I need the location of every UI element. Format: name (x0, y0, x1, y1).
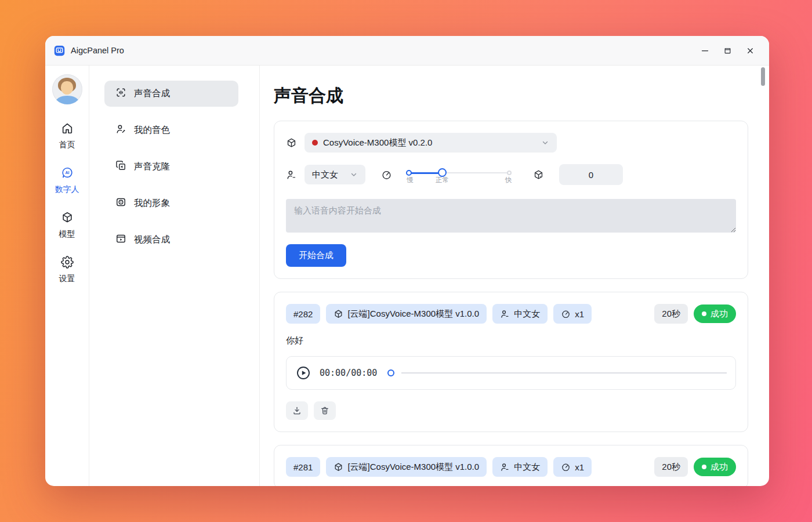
sidebar-item-models[interactable]: 模型 (59, 211, 75, 240)
start-synthesis-button[interactable]: 开始合成 (286, 244, 346, 267)
avatar-video-icon (115, 197, 126, 210)
download-button[interactable] (286, 401, 308, 420)
video-synthesis-icon (115, 233, 126, 246)
slider-label-slow: 慢 (407, 176, 414, 184)
result-badges: #282 [云端]CosyVoice-M300模型 v1.0.0 中文女 x1 (286, 304, 736, 324)
gear-icon (61, 256, 74, 271)
submenu-item-my-avatar[interactable]: 我的形象 (104, 190, 238, 216)
submenu-item-label: 我的形象 (134, 197, 170, 209)
result-id-badge: #282 (286, 304, 320, 324)
titlebar: AigcPanel Pro (45, 36, 769, 66)
cube-icon (61, 211, 74, 226)
speed-gauge-icon (381, 169, 392, 180)
slider-label-normal: 正常 (436, 176, 449, 184)
params-row: 中文女 慢 正常 快 (286, 164, 736, 185)
avatar-shoulders (56, 96, 79, 104)
submenu-item-label: 声音克隆 (134, 161, 170, 173)
slider-fill (407, 172, 443, 174)
slider-end-dot (507, 171, 512, 175)
chevron-down-icon (541, 139, 549, 147)
status-badge: 成功 (694, 458, 736, 476)
voice-select[interactable]: 中文女 (304, 165, 365, 184)
seed-input[interactable] (559, 164, 623, 185)
voice-icon (500, 309, 510, 319)
chevron-down-icon (350, 171, 358, 179)
avatar[interactable] (52, 74, 82, 104)
status-dot (702, 465, 706, 469)
player-slider-thumb[interactable] (387, 369, 394, 376)
slider-label-fast: 快 (505, 176, 512, 184)
home-icon (61, 122, 74, 137)
voice-icon (286, 169, 297, 180)
submenu-item-voice-synthesis[interactable]: 声音合成 (104, 81, 238, 107)
voice-select-value: 中文女 (312, 169, 338, 180)
result-voice-badge: 中文女 (492, 304, 548, 324)
submenu-item-label: 视频合成 (134, 234, 170, 246)
duration-badge: 20秒 (654, 304, 688, 324)
play-button[interactable] (295, 365, 311, 381)
sidebar-item-label: 首页 (59, 140, 75, 150)
submenu-item-label: 声音合成 (134, 88, 170, 100)
secondary-sidebar: 声音合成 我的音色 声音克隆 我的形象 视频合成 (89, 66, 260, 486)
submenu-item-video-synthesis[interactable]: 视频合成 (104, 227, 238, 253)
page-title: 声音合成 (274, 84, 748, 108)
sidebar-item-settings[interactable]: 设置 (59, 256, 75, 284)
status-dot (702, 311, 706, 316)
sidebar-item-label: 设置 (59, 274, 75, 284)
sidebar-item-home[interactable]: 首页 (59, 122, 75, 150)
synthesis-form-panel: CosyVoice-M300模型 v0.2.0 中文女 (274, 121, 748, 279)
model-select[interactable]: CosyVoice-M300模型 v0.2.0 (304, 133, 557, 153)
result-speed-badge: x1 (553, 457, 592, 477)
scrollbar-thumb[interactable] (761, 67, 765, 86)
slider-start-dot (406, 170, 412, 176)
result-text: 你好 (286, 335, 736, 346)
submenu-item-voice-clone[interactable]: 声音克隆 (104, 154, 238, 180)
sidebar-item-label: 模型 (59, 229, 75, 240)
app-logo-icon (53, 45, 66, 57)
cube-icon (286, 137, 297, 148)
model-row: CosyVoice-M300模型 v0.2.0 (286, 133, 736, 153)
model-status-dot (312, 140, 318, 146)
app-window: AigcPanel Pro (45, 36, 769, 486)
voice-synthesis-icon (115, 87, 126, 100)
result-speed-badge: x1 (553, 304, 592, 324)
result-model-badge: [云端]CosyVoice-M300模型 v1.0.0 (326, 304, 487, 324)
main-content: 声音合成 CosyVoice-M300模型 v0.2.0 中文女 (260, 66, 769, 486)
trash-icon (320, 406, 329, 415)
close-button[interactable] (742, 43, 757, 58)
submenu-item-label: 我的音色 (134, 124, 170, 136)
gauge-icon (561, 309, 571, 319)
speed-slider[interactable]: 慢 正常 快 (407, 165, 510, 184)
primary-sidebar: 首页 AI 数字人 模型 设置 (45, 66, 89, 486)
synthesis-text-input[interactable] (286, 199, 736, 233)
delete-button[interactable] (314, 401, 336, 420)
player-progress-track[interactable] (401, 372, 727, 374)
gauge-icon (561, 462, 571, 472)
download-icon (292, 406, 302, 415)
sidebar-item-digital-human[interactable]: AI 数字人 (55, 166, 79, 195)
app-body: 首页 AI 数字人 模型 设置 声音合成 (45, 66, 769, 486)
play-icon (295, 365, 311, 381)
cube-icon (334, 309, 343, 319)
result-actions (286, 401, 736, 420)
submenu-item-my-voices[interactable]: 我的音色 (104, 117, 238, 143)
avatar-face (61, 81, 73, 95)
result-card: #282 [云端]CosyVoice-M300模型 v1.0.0 中文女 x1 (274, 292, 748, 432)
cube-icon (334, 462, 343, 472)
status-badge: 成功 (694, 304, 736, 323)
sidebar-item-label: 数字人 (55, 184, 79, 195)
result-badges: #281 [云端]CosyVoice-M300模型 v1.0.0 中文女 x1 (286, 457, 736, 477)
svg-text:AI: AI (65, 171, 69, 175)
app-title: AigcPanel Pro (71, 46, 124, 55)
voice-icon (500, 462, 510, 472)
duration-badge: 20秒 (654, 457, 688, 477)
ai-head-icon: AI (61, 166, 74, 182)
desktop-background: AigcPanel Pro (0, 0, 812, 522)
result-id-badge: #281 (286, 457, 320, 477)
maximize-button[interactable] (720, 43, 735, 58)
minimize-button[interactable] (697, 43, 712, 58)
result-voice-badge: 中文女 (492, 457, 548, 477)
voice-profile-icon (115, 124, 126, 137)
window-controls (697, 43, 761, 58)
result-card: #281 [云端]CosyVoice-M300模型 v1.0.0 中文女 x1 (274, 445, 748, 486)
